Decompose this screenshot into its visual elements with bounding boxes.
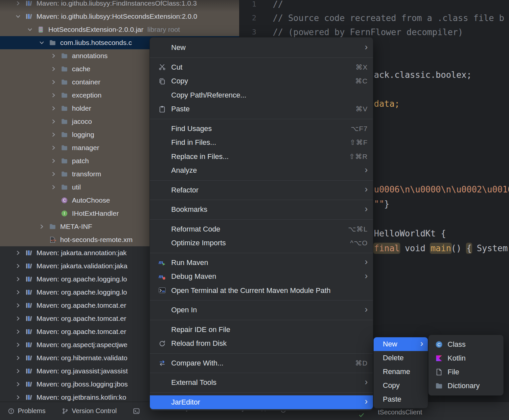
code-line[interactable]: // Source code recreated from a .class f… — [273, 11, 504, 25]
submenu-arrow-icon: › — [365, 397, 368, 406]
menu-item-label: Find Usages — [171, 124, 212, 133]
menu-item-label: Replace in Files... — [171, 152, 229, 161]
submenu-arrow-icon: › — [365, 166, 368, 174]
chevron-right-icon[interactable] — [15, 328, 21, 335]
chevron-right-icon[interactable] — [50, 158, 57, 164]
scissors-icon — [158, 63, 167, 71]
submenu-arrow-icon: › — [365, 378, 368, 387]
chevron-right-icon[interactable] — [50, 131, 57, 138]
menu-item-reformat-code[interactable]: Reformat Code⌥⌘L — [150, 222, 373, 236]
menu-item-open-terminal-at-the-current-maven-module-[interactable]: mOpen Terminal at the Current Maven Modu… — [150, 284, 373, 298]
chevron-right-icon[interactable] — [15, 250, 21, 256]
code-line[interactable]: ""} — [374, 197, 389, 211]
chevron-right-icon[interactable] — [15, 381, 21, 387]
code-line[interactable]: HelloWorldKt { — [374, 227, 446, 240]
tree-item-label: patch — [72, 157, 89, 165]
tree-item-maven-io-github-liubsyy-findinstancesofcla[interactable]: Maven: io.github.liubsyy:FindInstancesOf… — [0, 0, 239, 10]
menu-item-replace-in-files[interactable]: Replace in Files...⇧⌘R — [150, 150, 373, 164]
menu-item-copy[interactable]: Copy — [374, 379, 428, 392]
folder-icon — [49, 39, 56, 46]
chevron-right-icon[interactable] — [50, 92, 57, 99]
menu-item-dictionary[interactable]: Dictionary — [428, 379, 503, 393]
chevron-right-icon[interactable] — [50, 184, 57, 190]
chevron-down-icon[interactable] — [15, 13, 21, 20]
submenu-arrow-icon: › — [365, 272, 368, 280]
menu-item-copy-path-reference[interactable]: Copy Path/Reference... — [150, 88, 373, 102]
menu-item-paste[interactable]: Paste⌘V — [150, 102, 373, 116]
code-line[interactable]: data; — [374, 97, 400, 111]
run-success-icon — [358, 412, 365, 418]
menu-item-open-in[interactable]: Open In› — [150, 303, 373, 317]
menu-item-copy[interactable]: Copy⌘C — [150, 74, 373, 88]
menu-item-label: Dictionary — [448, 382, 480, 390]
icon-spacer — [158, 139, 167, 146]
menu-item-run-maven[interactable]: mRun Maven› — [150, 256, 373, 270]
folder-icon — [61, 105, 68, 112]
menu-item-debug-maven[interactable]: mDebug Maven› — [150, 270, 373, 284]
svg-text:I: I — [64, 211, 65, 216]
chevron-right-icon[interactable] — [15, 368, 21, 374]
menu-item-repair-ide-on-file[interactable]: Repair IDE on File — [150, 323, 373, 337]
tree-item-maven-io-github-liubsyy-hotsecondsextensio[interactable]: Maven: io.github.liubsyy:HotSecondsExten… — [0, 10, 239, 23]
chevron-right-icon[interactable] — [15, 355, 21, 361]
code-line[interactable]: final void main() { System — [374, 241, 508, 255]
menu-item-paste[interactable]: Paste — [374, 392, 428, 406]
code-token: "" — [374, 199, 384, 209]
chevron-right-icon[interactable] — [50, 144, 57, 151]
menu-item-external-tools[interactable]: External Tools› — [150, 376, 373, 390]
tree-item-label: container — [72, 78, 100, 86]
menu-item-refactor[interactable]: Refactor› — [150, 183, 373, 197]
tree-item-label: Maven: org.jetbrains.kotlin:ko — [36, 393, 126, 401]
chevron-right-icon[interactable] — [15, 315, 21, 322]
menu-item-find-usages[interactable]: Find Usages⌥F7 — [150, 122, 373, 136]
compare-icon — [158, 359, 167, 367]
menu-item-rename[interactable]: Rename — [374, 365, 428, 379]
menu-item-new[interactable]: New› — [374, 337, 428, 351]
chevron-down-icon[interactable] — [38, 39, 45, 46]
menu-item-file[interactable]: File — [428, 365, 503, 379]
icon-spacer — [158, 125, 167, 133]
chevron-right-icon[interactable] — [50, 105, 57, 112]
menu-separator — [150, 219, 373, 220]
menu-item-reload-from-disk[interactable]: Reload from Disk — [150, 337, 373, 351]
chevron-down-icon[interactable] — [27, 26, 33, 33]
menu-item-compare-with[interactable]: Compare With...⌘D — [150, 356, 373, 370]
svg-text:m: m — [159, 274, 163, 279]
menu-item-label: Run Maven — [171, 258, 208, 267]
chevron-right-icon[interactable] — [38, 223, 45, 230]
menu-item-new[interactable]: New› — [150, 41, 373, 55]
menu-item-label: Reload from Disk — [171, 339, 227, 348]
chevron-right-icon[interactable] — [50, 66, 57, 72]
menu-item-class[interactable]: CClass — [428, 338, 503, 351]
chevron-right-icon[interactable] — [15, 394, 21, 401]
chevron-right-icon[interactable] — [15, 342, 21, 348]
code-line[interactable]: ack.classic.boolex; — [374, 68, 472, 82]
menu-item-label: Open In — [171, 306, 197, 314]
tree-item-hotsecondsextension-2-0-0-jar[interactable]: HotSecondsExtension-2.0.0.jarlibrary roo… — [0, 23, 239, 36]
menu-item-jareditor[interactable]: JarEditor› — [150, 395, 373, 409]
menu-item-find-in-files[interactable]: Find in Files...⇧⌘F — [150, 136, 373, 150]
statusbar-terminal[interactable] — [133, 408, 140, 414]
code-line[interactable]: // — [273, 0, 283, 11]
statusbar-version-control[interactable]: Version Control — [62, 407, 117, 415]
menu-item-bookmarks[interactable]: Bookmarks› — [150, 203, 373, 217]
chevron-right-icon[interactable] — [50, 171, 57, 177]
chevron-right-icon[interactable] — [50, 79, 57, 85]
menu-item-label: Debug Maven — [171, 272, 216, 281]
chevron-right-icon[interactable] — [15, 302, 21, 309]
chevron-right-icon[interactable] — [15, 0, 21, 7]
chevron-right-icon[interactable] — [15, 276, 21, 282]
menu-item-analyze[interactable]: Analyze› — [150, 164, 373, 178]
chevron-right-icon[interactable] — [15, 263, 21, 269]
menu-item-delete[interactable]: Delete — [374, 351, 428, 365]
chevron-right-icon[interactable] — [50, 118, 57, 125]
menu-item-optimize-imports[interactable]: Optimize Imports^⌥O — [150, 236, 373, 250]
chevron-right-icon[interactable] — [50, 53, 57, 59]
tree-item-label: Maven: org.javassist:javassist — [36, 367, 128, 375]
code-line[interactable]: u0006\n\u0000\n\u0002\u0010 — [374, 183, 509, 196]
menu-item-cut[interactable]: Cut⌘X — [150, 60, 373, 75]
statusbar-problems[interactable]: Problems — [8, 407, 45, 415]
chevron-right-icon[interactable] — [15, 289, 21, 296]
menu-item-kotlin[interactable]: Kotlin — [428, 351, 503, 365]
menu-item-label: Cut — [171, 63, 182, 72]
